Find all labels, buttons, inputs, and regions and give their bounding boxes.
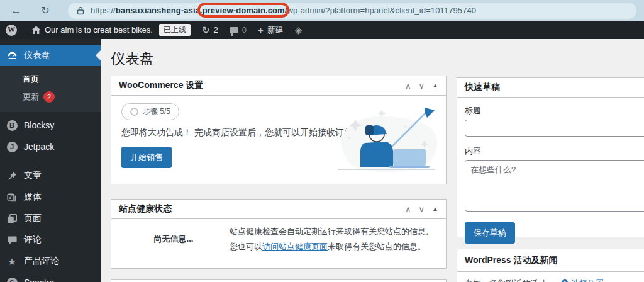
url-domain: bansuxiansheng-asia. (116, 6, 203, 15)
health-status-text: 尚无信息... (118, 234, 230, 245)
move-up-icon[interactable]: ∧ (405, 82, 411, 90)
site-health-page-link[interactable]: 访问站点健康页面 (262, 242, 328, 251)
menu-separator (0, 157, 101, 165)
spectra-diamond-icon: ◈ (295, 25, 303, 35)
widget-title: 快速草稿 (465, 82, 644, 93)
sidebar-item-product-reviews[interactable]: ★ 产品评论 (0, 251, 101, 272)
content-label: 内容 (465, 145, 644, 157)
sidebar-item-label: Jetpack (24, 142, 54, 152)
home-icon (31, 26, 41, 35)
lock-icon[interactable] (77, 6, 84, 15)
widget-title: WooCommerce 设置 (119, 80, 405, 91)
admin-sidebar: 仪表盘 首页 更新 2 B Blocksy J Jetpack (0, 39, 101, 282)
wordpress-logo-icon: W (6, 25, 17, 36)
browser-back-button[interactable]: ← (9, 3, 24, 18)
sidebar-item-label: 产品评论 (24, 256, 59, 267)
url-path: wp-admin/?platform=hpanel&client_id=1011… (287, 6, 476, 15)
sidebar-item-label: 仪表盘 (24, 50, 50, 61)
title-label: 标题 (465, 105, 644, 116)
widget-header: WooCommerce 设置 ∧ ∨ ▲ (111, 76, 446, 96)
woocommerce-setup-widget: WooCommerce 设置 ∧ ∨ ▲ 步骤 5/5 您即将大功告成！ 完成商… (111, 76, 447, 184)
pages-icon (6, 214, 18, 223)
comment-count: 0 (242, 25, 247, 35)
widget-body: 参加一场您附近的活动。 选择位置 (457, 272, 644, 282)
sidebar-item-jetpack[interactable]: J Jetpack (0, 136, 101, 157)
sidebar-item-label: Blocksy (24, 120, 54, 130)
plus-icon: + (258, 25, 264, 35)
update-count-badge: 2 (43, 91, 55, 103)
site-title: Our aim is to creat best bikes. (45, 25, 153, 35)
sidebar-item-label: 文章 (24, 170, 42, 181)
url-highlighted-domain: preview-domain.com/ (203, 6, 287, 15)
subitem-label: 更新 (23, 91, 39, 103)
subitem-label: 首页 (23, 74, 39, 85)
new-content-menu[interactable]: + 新建 (252, 21, 289, 39)
aside-column: 快速草稿 标题 内容 保存草稿 WordPress 活动及新闻 参加一场您附近的… (457, 77, 644, 282)
widget-title: 站点健康状态 (119, 203, 405, 215)
spectra-icon: S (6, 278, 18, 282)
sidebar-item-label: 评论 (24, 234, 42, 245)
wordpress-admin-page: ← ↻ https://bansuxiansheng-asia.preview-… (0, 0, 644, 282)
blocksy-icon: B (6, 120, 18, 131)
save-draft-button[interactable]: 保存草稿 (465, 222, 515, 244)
widget-body: 尚无信息... 站点健康检查会自动定期运行来取得有关您站点的信息。您也可以访问站… (111, 219, 446, 259)
sidebar-subitem-home[interactable]: 首页 (0, 70, 101, 88)
jetpack-icon: J (6, 142, 18, 152)
sidebar-item-blocksy[interactable]: B Blocksy (0, 115, 101, 136)
desc-text: 来取得有关您站点的信息。 (328, 242, 426, 251)
spectra-menu[interactable]: ◈ (289, 21, 308, 39)
step-label: 步骤 5/5 (143, 106, 170, 117)
draft-title-input[interactable] (465, 120, 644, 137)
move-up-icon[interactable]: ∧ (405, 205, 411, 213)
next-widget-edge (111, 279, 447, 282)
comments-menu[interactable]: 0 (224, 21, 252, 39)
dashboard-content: 仪表盘 WooCommerce 设置 ∧ ∨ ▲ 步骤 5/5 (101, 39, 644, 282)
widget-body: 标题 内容 保存草稿 (457, 98, 644, 251)
site-menu[interactable]: Our aim is to creat best bikes. 已上线 (23, 21, 196, 39)
browser-toolbar: ← ↻ https://bansuxiansheng-asia.preview-… (0, 0, 644, 21)
select-location-link[interactable]: 选择位置 (561, 278, 604, 282)
main-column: WooCommerce 设置 ∧ ∨ ▲ 步骤 5/5 您即将大功告成！ 完成商… (111, 76, 447, 282)
move-down-icon[interactable]: ∨ (419, 205, 425, 213)
quick-draft-widget: 快速草稿 标题 内容 保存草稿 (457, 77, 644, 237)
dashboard-gauge-icon (6, 50, 18, 61)
progress-circle-icon (130, 108, 138, 116)
draft-content-textarea[interactable] (465, 160, 644, 212)
comment-icon (6, 235, 18, 245)
start-selling-button[interactable]: 开始销售 (121, 147, 172, 168)
pushpin-icon (6, 171, 18, 181)
updates-menu[interactable]: ↻ 2 (196, 21, 224, 39)
sidebar-item-label: 媒体 (24, 191, 42, 203)
events-news-widget: WordPress 活动及新闻 参加一场您附近的活动。 选择位置 (457, 249, 644, 282)
site-health-widget: 站点健康状态 ∧ ∨ ▲ 尚无信息... 站点健康检查会自动定期运行来取得有关您… (111, 199, 447, 269)
comment-bubble-icon (230, 27, 238, 33)
step-progress-pill: 步骤 5/5 (121, 103, 179, 120)
url-text: https://bansuxiansheng-asia.preview-doma… (91, 6, 476, 15)
widget-header: 快速草稿 (457, 78, 644, 98)
event-prompt-text: 参加一场您附近的活动。 (465, 278, 555, 282)
sidebar-item-pages[interactable]: 页面 (0, 208, 101, 229)
star-icon: ★ (6, 257, 18, 266)
update-count: 2 (214, 25, 218, 35)
link-label: 选择位置 (571, 278, 604, 282)
collapse-toggle-icon[interactable]: ▲ (432, 206, 438, 212)
browser-reload-button[interactable]: ↻ (38, 3, 53, 18)
sidebar-item-spectra[interactable]: S Spectra (0, 272, 101, 282)
store-launch-illustration (330, 101, 442, 181)
widget-header: WordPress 活动及新闻 (457, 249, 644, 272)
widget-title: WordPress 活动及新闻 (465, 255, 644, 266)
wp-admin-bar: W Our aim is to creat best bikes. 已上线 ↻ … (0, 21, 644, 39)
sidebar-subitem-updates[interactable]: 更新 2 (0, 88, 101, 106)
address-bar[interactable]: https://bansuxiansheng-asia.preview-doma… (68, 3, 636, 19)
sidebar-item-comments[interactable]: 评论 (0, 229, 101, 251)
sidebar-item-posts[interactable]: 文章 (0, 165, 101, 186)
move-down-icon[interactable]: ∨ (419, 82, 425, 90)
sidebar-item-media[interactable]: 媒体 (0, 186, 101, 208)
sidebar-item-dashboard[interactable]: 仪表盘 (0, 45, 101, 66)
collapse-toggle-icon[interactable]: ▲ (432, 82, 438, 89)
location-pin-icon (561, 279, 569, 282)
dashboard-submenu: 首页 更新 2 (0, 66, 101, 112)
live-status-badge: 已上线 (159, 24, 191, 36)
sidebar-item-label: 页面 (24, 213, 42, 224)
wp-logo-menu[interactable]: W (0, 21, 23, 39)
